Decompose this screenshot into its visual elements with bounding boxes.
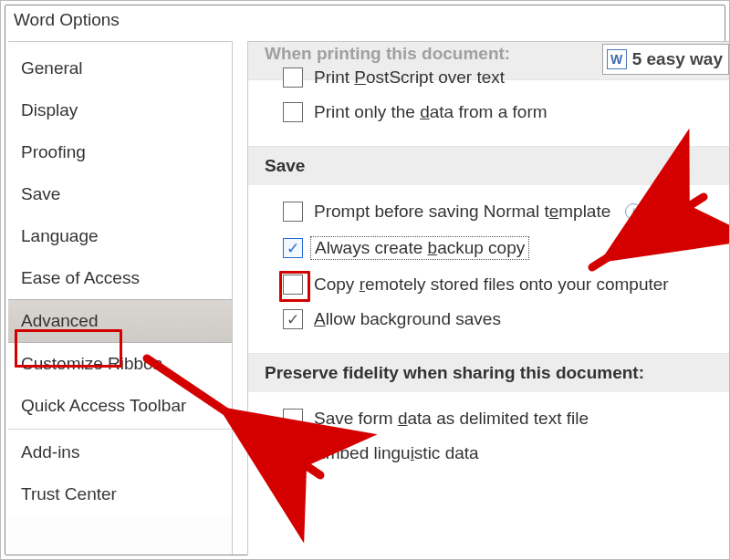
word-options-dialog: Word Options General Display Proofing Sa…: [0, 0, 730, 560]
sidebar-item-ease-of-access[interactable]: Ease of Access: [8, 257, 232, 299]
dialog-title: Word Options: [1, 1, 729, 41]
checkbox-backup-copy[interactable]: [283, 238, 303, 258]
option-print-data-only[interactable]: Print only the data from a form: [283, 95, 729, 130]
option-embed-linguistic[interactable]: Embed linguistic data: [283, 436, 729, 471]
sidebar-item-customize-ribbon[interactable]: Customize Ribbon: [8, 343, 232, 385]
option-print-data-only-label: Print only the data from a form: [314, 102, 548, 122]
sidebar-item-language[interactable]: Language: [8, 215, 232, 257]
checkbox-print-postscript[interactable]: [283, 67, 303, 88]
preserve-options: Save form data as delimited text file Em…: [248, 392, 729, 487]
checkbox-save-form-data[interactable]: [283, 409, 303, 429]
checkbox-embed-linguistic[interactable]: [283, 443, 303, 463]
sidebar-item-trust-center[interactable]: Trust Center: [8, 473, 232, 515]
option-allow-bg-saves-label: Allow background saves: [314, 309, 501, 329]
sidebar-item-quick-access-toolbar[interactable]: Quick Access Toolbar: [8, 385, 232, 427]
sidebar-item-proofing[interactable]: Proofing: [8, 131, 232, 173]
sidebar-item-save[interactable]: Save: [8, 173, 232, 215]
option-save-form-data-label: Save form data as delimited text file: [314, 409, 589, 429]
sidebar-item-advanced[interactable]: Advanced: [8, 299, 232, 343]
sidebar-separator: [8, 429, 232, 430]
option-backup-copy-label: Always create backup copy: [310, 236, 529, 260]
sidebar-item-display[interactable]: Display: [8, 89, 232, 131]
sidebar-item-add-ins[interactable]: Add-ins: [8, 431, 232, 473]
checkbox-allow-bg-saves[interactable]: [283, 309, 303, 329]
sidebar-item-general[interactable]: General: [8, 47, 232, 89]
option-copy-remote-label: Copy remotely stored files onto your com…: [314, 275, 669, 295]
option-prompt-normal[interactable]: Prompt before saving Normal template i: [283, 194, 729, 229]
options-content-panel: When printing this document: W 5 easy wa…: [247, 41, 729, 555]
info-icon[interactable]: i: [625, 203, 641, 220]
checkbox-print-data-only[interactable]: [283, 102, 303, 122]
option-prompt-normal-label: Prompt before saving Normal template: [314, 202, 610, 222]
option-print-postscript[interactable]: Print PostScript over text: [283, 60, 729, 95]
printing-options: Print PostScript over text Print only th…: [248, 44, 729, 146]
save-options: Prompt before saving Normal template i A…: [248, 185, 729, 353]
option-save-form-data[interactable]: Save form data as delimited text file: [283, 401, 729, 436]
option-backup-copy[interactable]: Always create backup copy: [283, 229, 729, 267]
option-allow-bg-saves[interactable]: Allow background saves: [283, 302, 729, 337]
options-sidebar: General Display Proofing Save Language E…: [8, 41, 233, 555]
checkbox-copy-remote[interactable]: [283, 275, 303, 295]
section-header-save: Save: [248, 146, 729, 185]
option-copy-remote[interactable]: Copy remotely stored files onto your com…: [283, 267, 729, 302]
option-print-postscript-label: Print PostScript over text: [314, 67, 505, 88]
option-embed-linguistic-label: Embed linguistic data: [314, 443, 479, 463]
checkbox-prompt-normal[interactable]: [283, 202, 303, 222]
section-header-preserve: Preserve fidelity when sharing this docu…: [248, 353, 729, 392]
